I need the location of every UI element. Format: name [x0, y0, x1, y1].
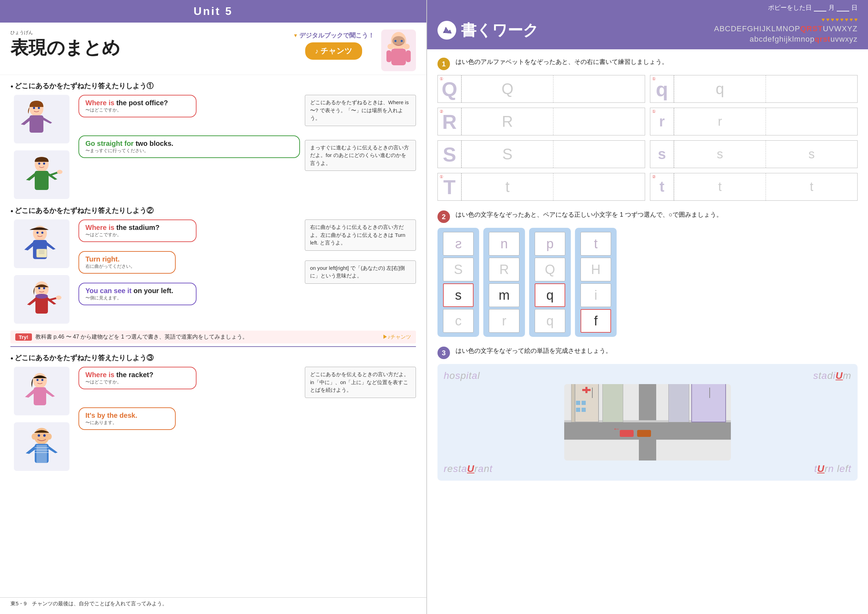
dialog2-sub1: 〜はどこですか。 [85, 232, 189, 238]
ex2-r-answer[interactable]: r [489, 309, 519, 333]
ex2-card-n: n R m r [483, 228, 525, 337]
ex2-m-cell: m [489, 284, 519, 307]
exercise3-instruction: 3 はい色の文字をなぞって絵の単語を完成させましょう。 [437, 347, 857, 359]
try-bar: Try! 教科書 p.46 〜 47 から建物などを 1 つ選んで書き、英語で道… [11, 330, 416, 343]
letter-R-upper[interactable]: ② R R [437, 108, 645, 135]
heart6: ♥ [845, 17, 849, 23]
dialog2-text2: Turn right. [85, 255, 169, 263]
boy3-character [14, 422, 70, 471]
S-slot1[interactable]: S [462, 141, 553, 168]
s-slot2[interactable]: s [766, 141, 857, 168]
month-label: 月 [828, 3, 835, 12]
svg-point-16 [43, 163, 45, 164]
S-slot2[interactable] [553, 141, 645, 168]
dialog3-text1: Where is the racket? [85, 371, 189, 379]
ex2-q-faded2: q [535, 309, 565, 333]
letter-r-lower[interactable]: ① r r [650, 108, 857, 135]
letter-t-lower[interactable]: ② t t t [650, 173, 857, 201]
Q-practice[interactable]: Q [462, 75, 645, 102]
section1-title: どこにあるかをたずねたり答えたりしよう① [15, 81, 153, 91]
Q-slot2[interactable] [553, 75, 645, 102]
s-slot1[interactable]: s [674, 141, 766, 168]
svg-point-21 [41, 232, 43, 234]
heart7: ♥ [849, 17, 853, 23]
restaurant-word[interactable]: restaUrant [444, 463, 527, 474]
ex2-f-answer[interactable]: f [581, 309, 611, 333]
dialog3-bubble2: It's by the desk. 〜にあります。 [79, 407, 176, 430]
girl3-character [14, 367, 70, 416]
section2-dialog-area: Where is the stadium? 〜はどこですか。 Turn righ… [11, 220, 416, 324]
T-practice[interactable]: t [462, 173, 645, 200]
svg-point-8 [403, 44, 410, 49]
alphabet-upper: ABCDEFGHIJKLMNOPQRSTUVWXYZ [714, 24, 857, 33]
hyogen-main-title: 表現のまとめ [11, 36, 283, 60]
poppy-label: ポピーをした日 [768, 3, 812, 12]
stadium-word[interactable]: stadiUm [782, 370, 851, 381]
section1-notes: どこにあるかをたずねるときは、Where is 〜? で表そう。「〜」には場所を… [305, 95, 416, 171]
ex2-S-faded: S [443, 258, 474, 281]
section2-notes: 右に曲がるように伝えるときの言い方だよ。左に曲がるように伝えるときは Turn … [305, 220, 416, 305]
t-slot1[interactable]: t [674, 173, 766, 200]
right-title: 書くワーク [461, 20, 538, 40]
right-content: 1 はい色のアルファベットをなぞったあと、その右に書いて練習しましょう。 ① Q… [427, 49, 868, 499]
letter-practice-grid: ① Q Q ① q q [437, 75, 857, 201]
svg-point-31 [56, 296, 62, 300]
top-words-row: hospital stadiUm [444, 370, 851, 381]
R-practice[interactable]: R [462, 108, 645, 135]
footer-note: 東5・9 チャンツの最後は、自分でことばを入れて言ってみよう。 [0, 597, 426, 611]
note1-box2: まっすぐに進むように伝えるときの言い方だよ。for のあとにどのくらい進むのかを… [305, 140, 416, 171]
T-slot1[interactable]: t [462, 173, 553, 200]
hospital-word[interactable]: hospital [444, 370, 527, 381]
R-slot2[interactable] [553, 108, 645, 135]
t-slot2[interactable]: t [766, 173, 857, 200]
dialog3-text2: It's by the desk. [85, 411, 169, 420]
write-icon [437, 21, 456, 40]
dialog2-sub2: 右に曲がってください。 [85, 263, 169, 270]
svg-rect-10 [29, 115, 43, 133]
dialog1-bubble1: Where is the post office? 〜はどこですか。 [79, 95, 197, 117]
boy2-character [14, 220, 70, 268]
S-practice[interactable]: S [462, 141, 645, 168]
dialog2-bubble3: You can see it on your left. 〜側に見えます。 [79, 283, 197, 305]
t-practice[interactable]: t t [674, 173, 857, 200]
svg-point-7 [388, 44, 394, 49]
right-title-bar: 書くワーク ♥ ♥ ♥ ♥ ♥ ♥ ♥ ♥ ABCDEFGHIJKLMNOPQR… [427, 13, 868, 49]
R-slot1[interactable]: R [462, 108, 553, 135]
turnleft-word[interactable]: tUrn left [782, 463, 851, 474]
q-slot1[interactable]: q [674, 75, 766, 102]
ex2-card-s: s S s c [437, 228, 479, 337]
dialog1-text2: Go straight for two blocks. [85, 140, 293, 147]
svg-rect-5 [386, 50, 391, 62]
s-practice[interactable]: s s [674, 141, 857, 168]
digital-label: デジタルブックで聞こう！ [293, 31, 374, 40]
chants-link[interactable]: ▶♪チャンツ [383, 334, 411, 340]
section2-characters [11, 220, 73, 324]
chants-button[interactable]: チャンツ [305, 42, 362, 60]
r-char: ① r [650, 108, 674, 135]
hyogen-ruby: ひょうげん [11, 29, 283, 36]
ex2-R-faded: R [489, 258, 519, 281]
ex2-q-answer[interactable]: q [535, 284, 565, 307]
r-slot1[interactable]: r [674, 108, 766, 135]
T-slot2[interactable] [553, 173, 645, 200]
girl2-character [14, 275, 70, 324]
boy-character [14, 150, 70, 199]
q-slot2[interactable] [766, 75, 857, 102]
letter-s-lower[interactable]: s s s [650, 140, 857, 168]
section1-dialogs: Where is the post office? 〜はどこですか。 Go st… [79, 95, 300, 171]
ex2-top-t: t [581, 232, 611, 256]
letter-T-upper[interactable]: ① T t [437, 173, 645, 201]
letter-q-lower[interactable]: ① q q [650, 75, 857, 103]
character-image [381, 29, 416, 71]
section3-dialogs: Where is the racket? 〜はどこですか。 It's by th… [79, 367, 300, 430]
letter-Q-upper[interactable]: ① Q Q [437, 75, 645, 103]
ex2-s-answer[interactable]: s [443, 284, 474, 307]
Q-slot1[interactable]: Q [462, 75, 553, 102]
exercise2-grid: s S s c n [437, 228, 857, 337]
note2-box1: 右に曲がるように伝えるときの言い方だよ。左に曲がるように伝えるときは Turn … [305, 220, 416, 251]
q-practice[interactable]: q [674, 75, 857, 102]
r-slot2[interactable] [766, 108, 857, 135]
r-practice[interactable]: r [674, 108, 857, 135]
exercise3-num: 3 [437, 347, 450, 359]
letter-S-upper[interactable]: S S [437, 140, 645, 168]
